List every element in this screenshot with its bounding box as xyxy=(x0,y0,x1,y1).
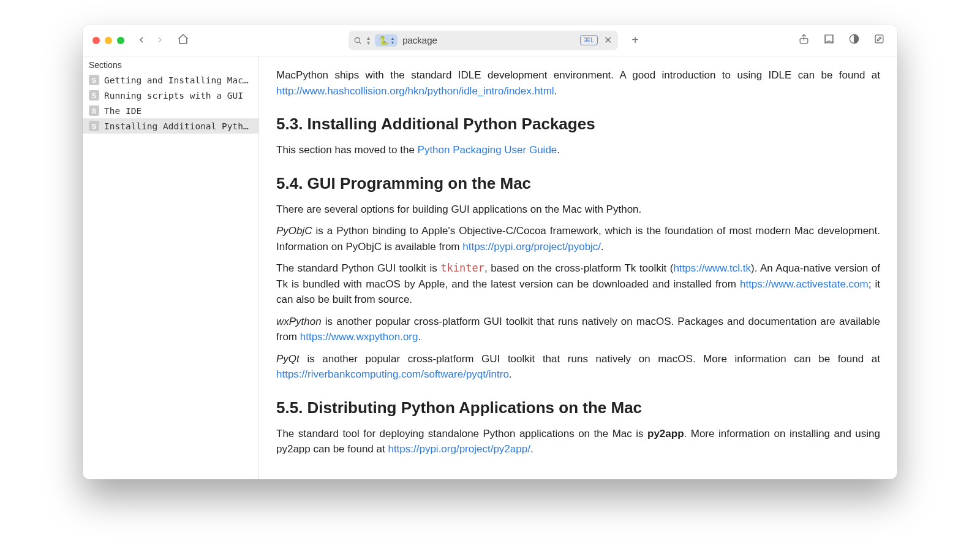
sidebar-item-label: Getting and Installing Mac… xyxy=(104,75,249,85)
sidebar-item-the-ide[interactable]: S The IDE xyxy=(83,103,258,118)
window-body: Sections S Getting and Installing Mac… S… xyxy=(83,56,897,479)
toolbar-right xyxy=(798,33,888,47)
heading-5-5: 5.5. Distributing Python Applications on… xyxy=(276,396,880,420)
home-button[interactable] xyxy=(173,33,189,48)
browser-window: ▴▾ 🐍 ▴▾ ⌘L ✕ + xyxy=(83,25,897,479)
search-icon xyxy=(353,36,362,45)
paragraph-tkinter: The standard Python GUI toolkit is tkint… xyxy=(276,260,880,308)
nav-buttons xyxy=(137,33,189,48)
sidebar-item-running-scripts[interactable]: S Running scripts with a GUI xyxy=(83,88,258,103)
svg-line-1 xyxy=(360,42,361,44)
address-bar[interactable]: ▴▾ 🐍 ▴▾ ⌘L ✕ xyxy=(349,31,618,50)
heading-5-4: 5.4. GUI Programming on the Mac xyxy=(276,172,880,196)
paragraph-pyobjc: PyObjC is a Python binding to Apple's Ob… xyxy=(276,223,880,254)
back-button[interactable] xyxy=(137,34,146,47)
code-tkinter: tkinter xyxy=(440,262,484,274)
link-idle-intro[interactable]: http://www.hashcollision.org/hkn/python/… xyxy=(276,85,554,97)
svg-rect-4 xyxy=(875,35,883,43)
sidebar-item-getting-installing[interactable]: S Getting and Installing Mac… xyxy=(83,72,258,88)
link-py2app[interactable]: https://pypi.org/project/py2app/ xyxy=(388,443,530,455)
section-badge-icon: S xyxy=(89,75,99,85)
forward-button[interactable] xyxy=(155,34,165,47)
link-pyqt[interactable]: https://riverbankcomputing.com/software/… xyxy=(276,368,509,380)
paragraph-pyqt: PyQt is another popular cross-platform G… xyxy=(276,351,880,382)
link-wxpython[interactable]: https://www.wxpython.org xyxy=(300,331,418,343)
paragraph-wxpython: wxPython is another popular cross-platfo… xyxy=(276,314,880,345)
edit-button[interactable] xyxy=(873,33,885,47)
svg-point-0 xyxy=(355,37,360,42)
titlebar: ▴▾ 🐍 ▴▾ ⌘L ✕ + xyxy=(83,25,897,56)
address-input[interactable] xyxy=(402,35,575,45)
minimize-window-button[interactable] xyxy=(105,37,112,44)
paragraph-5-5: The standard tool for deploying standalo… xyxy=(276,426,880,457)
heading-5-3: 5.3. Installing Additional Python Packag… xyxy=(276,112,880,136)
sidebar-item-installing-additional[interactable]: S Installing Additional Pyth… xyxy=(83,118,258,134)
appearance-button[interactable] xyxy=(848,33,860,47)
zoom-window-button[interactable] xyxy=(117,37,124,44)
section-badge-icon: S xyxy=(89,90,99,101)
section-badge-icon: S xyxy=(89,105,99,116)
bookmarks-button[interactable] xyxy=(823,33,835,47)
sidebar-item-label: The IDE xyxy=(104,106,141,116)
new-tab-button[interactable]: + xyxy=(631,33,639,47)
sidebar-header: Sections xyxy=(83,56,258,72)
close-window-button[interactable] xyxy=(92,37,100,44)
sidebar-item-label: Installing Additional Pyth… xyxy=(104,121,249,131)
sidebar: Sections S Getting and Installing Mac… S… xyxy=(83,56,259,479)
sidebar-item-label: Running scripts with a GUI xyxy=(104,91,243,101)
paragraph-5-4-intro: There are several options for building G… xyxy=(276,202,880,218)
link-packaging-guide[interactable]: Python Packaging User Guide xyxy=(418,144,557,156)
paragraph-intro: MacPython ships with the standard IDLE d… xyxy=(276,67,880,99)
main-content[interactable]: MacPython ships with the standard IDLE d… xyxy=(259,56,897,479)
link-pyobjc[interactable]: https://pypi.org/project/pyobjc/ xyxy=(462,241,601,253)
link-activestate[interactable]: https://www.actives­tate.com xyxy=(740,278,869,290)
section-badge-icon: S xyxy=(89,121,99,131)
shortcut-badge: ⌘L xyxy=(580,35,598,45)
search-scope-stepper[interactable]: ▴▾ xyxy=(367,36,370,45)
link-tcltk[interactable]: https://www.tcl.tk xyxy=(673,262,751,274)
paragraph-5-3: This section has moved to the Python Pac… xyxy=(276,142,880,158)
python-icon: 🐍 xyxy=(379,36,389,45)
share-button[interactable] xyxy=(798,33,810,47)
clear-address-button[interactable]: ✕ xyxy=(603,34,613,46)
site-favicon-chip[interactable]: 🐍 ▴▾ xyxy=(375,34,398,47)
window-controls xyxy=(92,37,124,44)
